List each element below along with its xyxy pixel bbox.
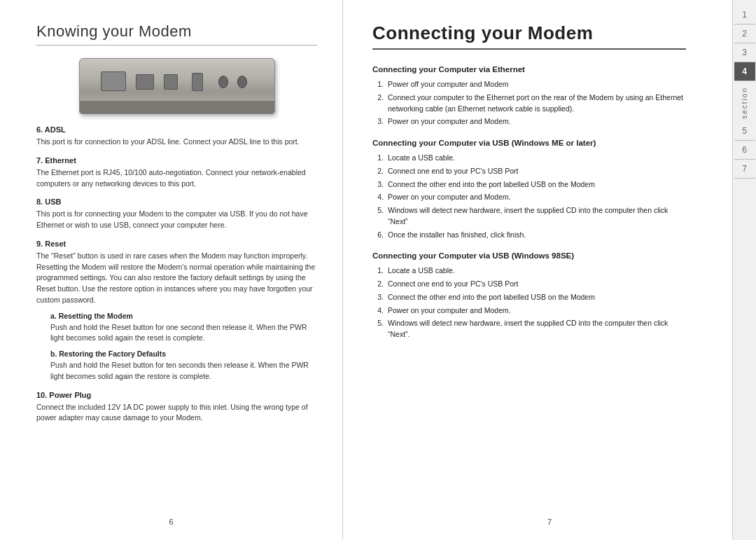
modem-image: [79, 58, 275, 114]
subsection-a-text: Push and hold the Reset button for one s…: [36, 322, 317, 345]
section-7-text: The Ethernet port is RJ45, 10/100 auto-n…: [36, 167, 317, 190]
subsection-ethernet-title: Connecting your Computer via Ethernet: [372, 65, 686, 74]
list-item: 3. Connect the other end into the port l…: [372, 292, 686, 303]
section-8-text: This port is for connecting your Modem t…: [36, 209, 317, 231]
tab-number-6[interactable]: 6: [734, 141, 755, 160]
list-item: 5. Windows will detect new hardware, ins…: [372, 205, 686, 228]
section-6-text: This port is for connection to your ADSL…: [36, 137, 317, 148]
section-label: section: [741, 81, 748, 122]
list-item: 4. Power on your computer and Modem.: [372, 305, 686, 317]
tab-number-5[interactable]: 5: [734, 122, 755, 141]
section-10-text: Connect the included 12V 1A DC power sup…: [36, 402, 317, 424]
tab-number-2[interactable]: 2: [734, 25, 755, 43]
usb-98se-list: 1. Locate a USB cable. 2. Connect one en…: [372, 265, 686, 340]
list-item: 6. Once the installer has finished, clic…: [372, 230, 686, 241]
left-page-title: Knowing your Modem: [36, 22, 317, 46]
section-8-header: 8. USB: [36, 198, 317, 206]
modem-front: [80, 101, 274, 113]
tab-number-4[interactable]: 4: [734, 62, 755, 81]
subsection-b-header: b. Restoring the Factory Defaults: [36, 349, 317, 358]
list-item: 2. Connect your computer to the Ethernet…: [372, 92, 686, 115]
right-page-title: Connecting your Modem: [372, 22, 686, 50]
list-item: 4. Power on your computer and Modem.: [372, 192, 686, 203]
list-item: 2. Connect one end to your PC's USB Port: [372, 166, 686, 177]
left-page-number: 6: [169, 518, 173, 526]
modem-image-container: [36, 58, 317, 114]
list-item: 1. Locate a USB cable.: [372, 265, 686, 277]
right-page: Connecting your Modem Connecting your Co…: [343, 0, 756, 540]
list-item: 3. Power on your computer and Modem.: [372, 116, 686, 127]
section-10-header: 10. Power Plug: [36, 391, 317, 399]
subsection-a-header: a. Resetting the Modem: [36, 312, 317, 320]
list-item: 3. Connect the other end into the port l…: [372, 179, 686, 191]
ethernet-list: 1. Power off your computer and Modem 2. …: [372, 79, 686, 127]
list-item: 5. Windows will detect new hardware, ins…: [372, 318, 686, 340]
tab-number-7[interactable]: 7: [734, 160, 755, 179]
tab-number-3[interactable]: 3: [734, 43, 755, 62]
section-7-header: 7. Ethernet: [36, 156, 317, 165]
list-item: 1. Power off your computer and Modem: [372, 79, 686, 90]
subsection-usb-98se-title: Connecting your Computer via USB (Window…: [372, 251, 686, 260]
subsection-usb-me-title: Connecting your Computer via USB (Window…: [372, 139, 686, 147]
section-tab: 1 2 3 4 section 5 6 7: [732, 0, 756, 540]
usb-me-list: 1. Locate a USB cable. 2. Connect one en…: [372, 153, 686, 240]
list-item: 1. Locate a USB cable.: [372, 153, 686, 164]
right-page-number: 7: [547, 518, 552, 526]
subsection-b-text: Push and hold the Reset button for ten s…: [36, 360, 317, 382]
list-item: 2. Connect one end to your PC's USB Port: [372, 279, 686, 290]
section-9-text: The "Reset" button is used in rare cases…: [36, 251, 317, 306]
section-6-header: 6. ADSL: [36, 125, 317, 134]
left-page: Knowing your Modem 6. ADSL This port is …: [0, 0, 343, 540]
tab-number-1[interactable]: 1: [734, 6, 755, 25]
section-9-header: 9. Reset: [36, 240, 317, 248]
right-page-inner: Connecting your Modem Connecting your Co…: [372, 22, 714, 340]
